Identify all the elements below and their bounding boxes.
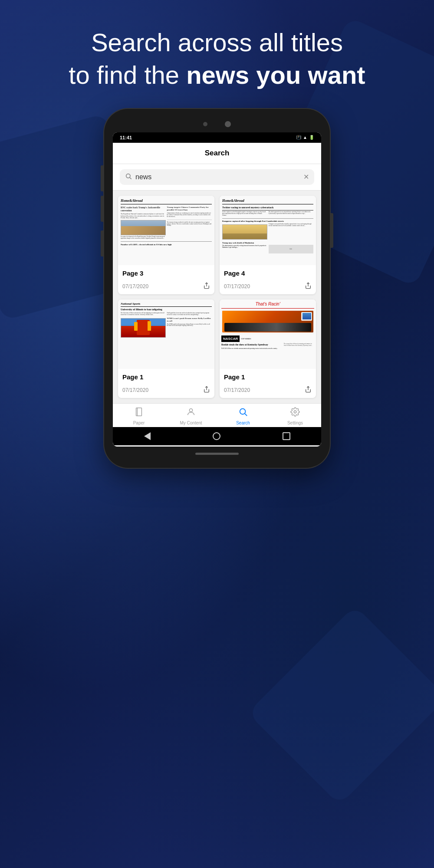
android-recents-button[interactable] bbox=[283, 432, 290, 440]
hero-section: Search across all titlesto find the news… bbox=[0, 0, 434, 109]
svg-point-0 bbox=[126, 174, 130, 178]
share-button-2[interactable] bbox=[305, 282, 312, 291]
mycontent-icon bbox=[186, 407, 196, 419]
newspaper-preview-4: That's Racin' bbox=[220, 299, 316, 369]
home-indicator[interactable] bbox=[195, 453, 239, 455]
card-footer-1: Page 3 07/17/2020 bbox=[118, 265, 214, 294]
status-bar: 11:41 📳 ▲ 🔋 bbox=[113, 132, 321, 143]
share-button-1[interactable] bbox=[203, 282, 210, 291]
nav-label-mycontent: My Content bbox=[180, 421, 202, 425]
search-bar-container: news ✕ bbox=[113, 164, 321, 191]
nav-item-paper[interactable]: Paper bbox=[113, 407, 165, 425]
card-date-2: 07/17/2020 bbox=[224, 283, 250, 289]
svg-line-1 bbox=[130, 178, 132, 179]
page-label-1: Page 3 bbox=[122, 270, 210, 277]
phone-frame: 11:41 📳 ▲ 🔋 Search bbox=[0, 109, 434, 468]
card-meta-2: 07/17/2020 bbox=[224, 282, 312, 291]
page-label-4: Page 1 bbox=[224, 373, 312, 381]
search-query[interactable]: news bbox=[135, 173, 300, 181]
card-footer-3: Page 1 07/17/2020 bbox=[118, 369, 214, 398]
vibrate-icon: 📳 bbox=[296, 135, 301, 140]
card-footer-4: Page 1 07/17/2020 bbox=[220, 369, 316, 398]
result-card-3[interactable]: National Sports University of Illinois t… bbox=[118, 299, 214, 398]
hero-headline: Search across all titlesto find the news… bbox=[69, 28, 365, 89]
android-home-button[interactable] bbox=[213, 432, 220, 440]
result-card-1[interactable]: Home&Abroad RNC scales back Trump's Jack… bbox=[118, 196, 214, 294]
phone-bottom bbox=[113, 447, 321, 459]
status-icons: 📳 ▲ 🔋 bbox=[296, 135, 314, 140]
phone-outer: 11:41 📳 ▲ 🔋 Search bbox=[104, 109, 330, 468]
card-footer-2: Page 4 07/17/2020 bbox=[220, 265, 316, 294]
sensor-dot bbox=[203, 122, 207, 126]
page-label-2: Page 4 bbox=[224, 270, 312, 277]
nav-item-mycontent[interactable]: My Content bbox=[165, 407, 217, 425]
phone-screen: 11:41 📳 ▲ 🔋 Search bbox=[113, 132, 321, 447]
svg-point-8 bbox=[189, 408, 192, 411]
share-button-4[interactable] bbox=[305, 386, 312, 395]
nav-item-search[interactable]: Search bbox=[217, 407, 269, 425]
app-title: Search bbox=[205, 149, 230, 157]
paper-icon bbox=[134, 407, 144, 419]
share-button-3[interactable] bbox=[203, 386, 210, 395]
newspaper-preview-1: Home&Abroad RNC scales back Trump's Jack… bbox=[118, 196, 214, 265]
clear-search-button[interactable]: ✕ bbox=[303, 173, 309, 181]
svg-point-11 bbox=[294, 411, 296, 413]
search-nav-icon bbox=[238, 407, 248, 419]
card-meta-1: 07/17/2020 bbox=[122, 282, 210, 291]
result-card-2[interactable]: Home&Abroad Twitter racing to unravel my… bbox=[220, 196, 316, 294]
card-date-3: 07/17/2020 bbox=[122, 387, 148, 393]
nav-label-settings: Settings bbox=[287, 421, 303, 425]
search-results-grid: Home&Abroad RNC scales back Trump's Jack… bbox=[113, 191, 321, 403]
android-back-button[interactable] bbox=[144, 432, 151, 440]
card-meta-3: 07/17/2020 bbox=[122, 386, 210, 395]
battery-icon: 🔋 bbox=[309, 135, 314, 140]
card-meta-4: 07/17/2020 bbox=[224, 386, 312, 395]
card-date-4: 07/17/2020 bbox=[224, 387, 250, 393]
search-icon bbox=[125, 173, 132, 181]
nav-label-search: Search bbox=[236, 421, 250, 425]
front-camera bbox=[225, 121, 231, 127]
settings-icon bbox=[290, 407, 300, 419]
app-header: Search bbox=[113, 143, 321, 164]
bottom-nav: Paper My Content bbox=[113, 403, 321, 427]
status-time: 11:41 bbox=[120, 135, 132, 140]
page-label-3: Page 1 bbox=[122, 373, 210, 381]
hero-bold: news you want bbox=[186, 61, 365, 89]
search-bar[interactable]: news ✕ bbox=[120, 169, 314, 185]
android-nav-bar bbox=[113, 427, 321, 445]
newspaper-preview-3: National Sports University of Illinois t… bbox=[118, 299, 214, 369]
app-screen: Search news ✕ bbox=[113, 143, 321, 447]
phone-top-sensors bbox=[113, 118, 321, 132]
wifi-icon: ▲ bbox=[303, 135, 307, 140]
svg-line-10 bbox=[245, 414, 247, 416]
nav-label-paper: Paper bbox=[133, 421, 145, 425]
result-card-4[interactable]: That's Racin' bbox=[220, 299, 316, 398]
card-date-1: 07/17/2020 bbox=[122, 283, 148, 289]
svg-rect-7 bbox=[137, 408, 141, 416]
newspaper-preview-2: Home&Abroad Twitter racing to unravel my… bbox=[220, 196, 316, 265]
svg-point-9 bbox=[240, 408, 246, 414]
nav-item-settings[interactable]: Settings bbox=[269, 407, 321, 425]
